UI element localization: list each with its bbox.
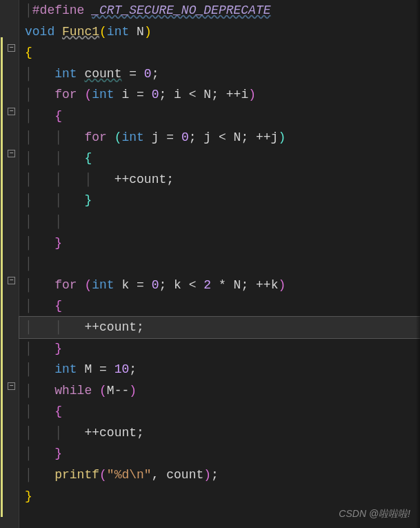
code-line: │ while (M--) <box>25 380 420 402</box>
code-area[interactable]: │#define _CRT_SECURE_NO_DEPRECATE void F… <box>19 0 420 507</box>
change-stripe <box>1 37 3 517</box>
code-line: │ │ for (int j = 0; j < N; ++j) <box>25 127 420 148</box>
code-line: │ int count = 0; <box>25 63 420 85</box>
right-shadow <box>416 0 420 528</box>
code-line: │ │ ++count; <box>25 422 420 444</box>
gutter <box>0 0 19 528</box>
code-line: │ <box>25 253 420 275</box>
code-line: │ } <box>25 233 420 254</box>
code-line: │ printf("%d\n", count); <box>25 465 420 486</box>
fold-toggle[interactable]: − <box>8 277 15 284</box>
fold-toggle[interactable]: − <box>8 150 15 157</box>
code-line: │ } <box>25 443 420 465</box>
code-line: │ int M = 10; <box>25 359 420 380</box>
code-line: │ │ │ ++count; <box>25 169 420 190</box>
code-line: │ for (int k = 0; k < 2 * N; ++k) <box>25 275 420 296</box>
code-line: │ for (int i = 0; i < N; ++i) <box>25 84 420 106</box>
code-line: } <box>25 486 420 507</box>
code-line: { <box>25 42 420 63</box>
fold-toggle[interactable]: − <box>8 44 15 52</box>
code-line: │#define _CRT_SECURE_NO_DEPRECATE <box>25 0 420 21</box>
code-line: │ │ { <box>25 148 420 169</box>
fold-toggle[interactable]: − <box>8 382 15 390</box>
code-line: │ } <box>25 338 420 360</box>
code-line: │ { <box>25 401 420 422</box>
code-line-highlighted: │ │ ++count; <box>19 317 420 338</box>
code-line: │ │ } <box>25 190 420 211</box>
watermark: CSDN @啦啦啦! <box>339 506 410 522</box>
code-line: void Func1(int N) <box>25 21 420 43</box>
code-line: │ { <box>25 106 420 127</box>
code-line: │ │ <box>25 211 420 233</box>
code-line: │ { <box>25 295 420 317</box>
fold-toggle[interactable]: − <box>8 108 15 115</box>
